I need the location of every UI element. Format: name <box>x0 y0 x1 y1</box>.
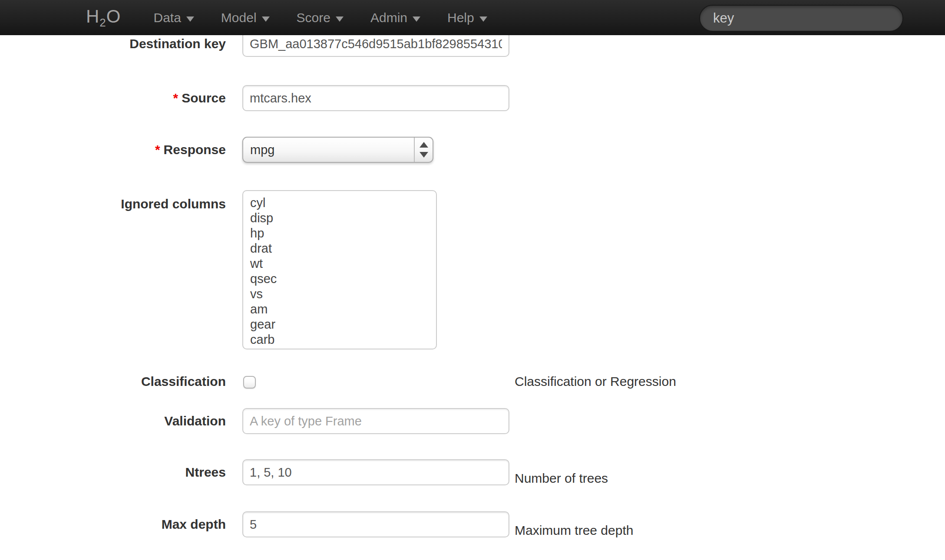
classification-label: Classification <box>0 375 226 388</box>
nav-item-model[interactable]: Model <box>208 10 283 25</box>
top-navbar: H2O Data Model Score Admin Help <box>0 0 945 35</box>
nav-item-label: Data <box>153 10 181 25</box>
listbox-option[interactable]: carb <box>243 332 436 347</box>
ignored-columns-listbox[interactable]: cyldisphpdratwtqsecvsamgearcarb <box>242 190 437 349</box>
nav-item-data[interactable]: Data <box>140 10 207 25</box>
nav-item-label: Admin <box>370 10 407 25</box>
caret-down-icon <box>479 16 487 22</box>
required-asterisk: * <box>173 91 178 105</box>
max-depth-label: Max depth <box>0 511 226 537</box>
listbox-option[interactable]: am <box>243 302 436 317</box>
response-select[interactable]: mpg <box>242 137 433 163</box>
page: H2O Data Model Score Admin Help <box>0 0 945 560</box>
response-label: *Response <box>0 137 226 163</box>
listbox-option[interactable]: vs <box>243 287 436 302</box>
caret-down-icon <box>186 16 194 22</box>
ignored-columns-label: Ignored columns <box>0 196 226 212</box>
listbox-option[interactable]: hp <box>243 226 436 241</box>
listbox-option[interactable]: cyl <box>243 195 436 211</box>
listbox-option[interactable]: wt <box>243 256 436 271</box>
listbox-option[interactable]: disp <box>243 211 436 226</box>
ntrees-help-text: Number of trees <box>515 459 608 491</box>
nav-item-help[interactable]: Help <box>434 10 501 25</box>
select-up-arrow-icon <box>420 142 428 148</box>
caret-down-icon <box>262 16 270 22</box>
listbox-option[interactable]: qsec <box>243 271 436 287</box>
brand-o: O <box>106 6 121 26</box>
select-stepper <box>414 138 433 162</box>
response-selected-value: mpg <box>250 143 274 157</box>
nav-item-label: Model <box>221 10 257 25</box>
nav-menu: Data Model Score Admin Help <box>140 0 500 35</box>
validation-label: Validation <box>0 408 226 434</box>
max-depth-help-text: Maximum tree depth <box>515 511 633 544</box>
ntrees-input[interactable] <box>242 459 509 485</box>
brand-sub: 2 <box>99 16 106 29</box>
nav-item-score[interactable]: Score <box>283 10 357 25</box>
nav-item-admin[interactable]: Admin <box>357 10 434 25</box>
gbm-model-form: Destination key *Source *Response mpg <box>0 0 945 560</box>
max-depth-input[interactable] <box>242 511 509 537</box>
brand-h: H <box>86 6 99 26</box>
classification-checkbox[interactable] <box>243 376 256 389</box>
classification-help-text: Classification or Regression <box>515 375 676 388</box>
validation-input[interactable] <box>242 408 509 434</box>
h2o-logo[interactable]: H2O <box>86 6 121 30</box>
ntrees-label: Ntrees <box>0 459 226 485</box>
listbox-option[interactable]: gear <box>243 317 436 332</box>
select-down-arrow-icon <box>420 152 428 158</box>
source-input[interactable] <box>242 85 509 111</box>
caret-down-icon <box>336 16 344 22</box>
nav-item-label: Score <box>297 10 330 25</box>
source-label: *Source <box>0 85 226 111</box>
caret-down-icon <box>413 16 420 22</box>
nav-item-label: Help <box>447 10 474 25</box>
required-asterisk: * <box>155 142 160 157</box>
navbar-search-input[interactable] <box>699 5 903 32</box>
listbox-option[interactable]: drat <box>243 241 436 256</box>
